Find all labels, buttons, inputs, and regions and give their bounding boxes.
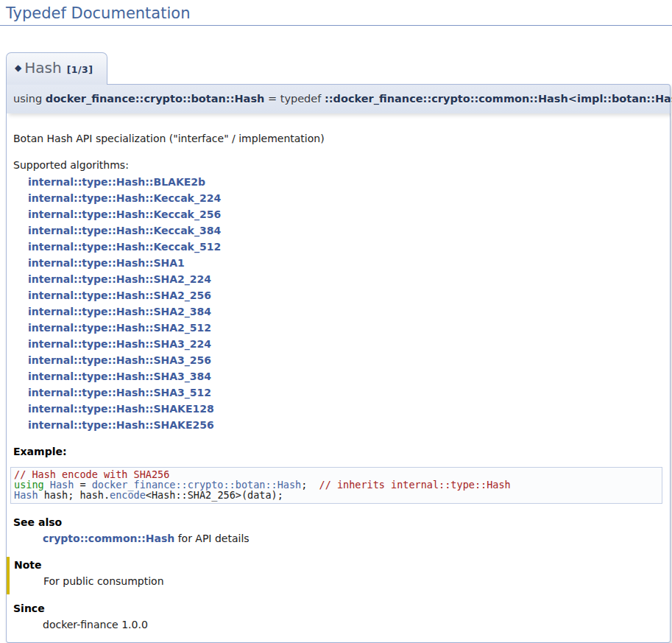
typedef-member-hash: ◆Hash[1/3] using docker_finance::crypto:…: [6, 52, 671, 643]
algorithm-link[interactable]: internal::type::Hash::SHA3_512: [28, 384, 662, 401]
since-text: docker-finance 1.0.0: [43, 618, 662, 632]
algorithm-link[interactable]: internal::type::Hash::BLAKE2b: [28, 174, 662, 190]
algorithm-link[interactable]: internal::type::Hash::SHA1: [28, 255, 662, 271]
algorithm-link[interactable]: internal::type::Hash::Keccak_256: [28, 206, 662, 222]
member-documentation: Botan Hash API specialization ("interfac…: [6, 113, 671, 643]
proto-target-type: ::docker_finance::crypto::common::Hash<i…: [325, 93, 672, 105]
member-tab-title: Hash: [24, 59, 61, 77]
see-also-section: See also crypto::common::Hash for API de…: [13, 516, 662, 546]
code-link-hash[interactable]: Hash: [14, 489, 38, 501]
code-line: // Hash encode with SHA256: [14, 469, 659, 479]
see-also-link[interactable]: crypto::common::Hash: [43, 533, 174, 544]
see-also-label: See also: [13, 516, 662, 530]
algorithms-label: Supported algorithms:: [13, 158, 662, 172]
algorithm-link[interactable]: internal::type::Hash::Keccak_224: [28, 190, 662, 206]
code-text: hash; hash.: [38, 489, 110, 501]
algorithm-link[interactable]: internal::type::Hash::Keccak_384: [28, 222, 662, 239]
since-label: Since: [13, 602, 662, 616]
member-overload-index: [1/3]: [67, 64, 93, 75]
algorithm-link[interactable]: internal::type::Hash::SHAKE256: [28, 417, 662, 433]
code-line: Hash hash; hash.encode<Hash::SHA2_256>(d…: [14, 490, 659, 500]
algorithm-link[interactable]: internal::type::Hash::SHA3_384: [28, 368, 662, 384]
algorithm-link[interactable]: internal::type::Hash::SHA2_512: [28, 320, 662, 336]
algorithm-link[interactable]: internal::type::Hash::SHA2_256: [28, 287, 662, 303]
code-comment: // inherits internal::type::Hash: [319, 479, 511, 491]
algorithm-link[interactable]: internal::type::Hash::SHA2_224: [28, 271, 662, 287]
note-label: Note: [14, 558, 662, 572]
code-link-encode[interactable]: encode: [110, 489, 146, 501]
member-description: Botan Hash API specialization ("interfac…: [13, 132, 662, 146]
algorithm-link[interactable]: internal::type::Hash::SHA3_256: [28, 352, 662, 368]
code-line: using Hash = docker_finance::crypto::bot…: [14, 479, 659, 490]
see-also-content: crypto::common::Hash for API details: [43, 532, 662, 546]
code-text: ;: [301, 479, 319, 491]
since-section: Since docker-finance 1.0.0: [13, 602, 662, 632]
member-tab: ◆Hash[1/3]: [6, 52, 107, 85]
example-section: Example:: [13, 445, 662, 459]
algorithm-link[interactable]: internal::type::Hash::SHAKE128: [28, 401, 662, 417]
algorithm-link[interactable]: internal::type::Hash::Keccak_512: [28, 239, 662, 255]
algorithm-link[interactable]: internal::type::Hash::SHA2_384: [28, 303, 662, 320]
example-label: Example:: [13, 445, 662, 459]
see-also-text: for API details: [174, 533, 249, 544]
code-text: <Hash::SHA2_256>(data);: [146, 489, 283, 501]
permalink-diamond-icon[interactable]: ◆: [15, 63, 21, 73]
proto-typedef-name: docker_finance::crypto::botan::Hash: [46, 93, 265, 105]
member-prototype: using docker_finance::crypto::botan::Has…: [6, 84, 671, 113]
note-section: Note For public consumption: [7, 557, 662, 594]
algorithm-link[interactable]: internal::type::Hash::SHA3_224: [28, 336, 662, 352]
proto-equals-typedef: = typedef: [264, 93, 325, 105]
note-text: For public consumption: [43, 575, 662, 588]
code-example: // Hash encode with SHA256 using Hash = …: [10, 467, 662, 504]
algorithm-list: internal::type::Hash::BLAKE2b internal::…: [28, 174, 662, 433]
typedef-documentation-page: Typedef Documentation ◆Hash[1/3] using d…: [0, 4, 672, 643]
section-heading: Typedef Documentation: [0, 4, 672, 26]
proto-using-keyword: using: [13, 93, 46, 105]
